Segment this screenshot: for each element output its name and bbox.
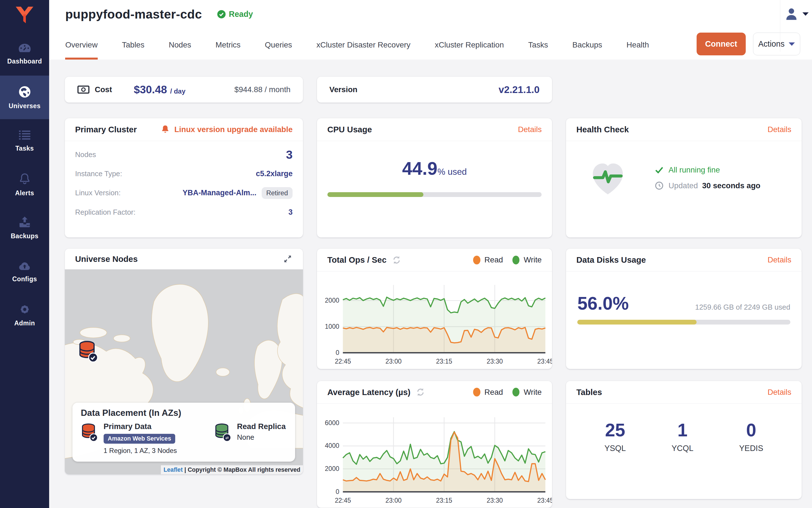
primary-data-detail: 1 Region, 1 AZ, 3 Nodes [104,447,177,455]
map-copyright: | Copyright © MapBox All rights reserved [185,466,300,473]
version-card: Version v2.21.1.0 [317,77,552,102]
primary-cluster-title: Primary Cluster [75,125,137,134]
svg-text:23:00: 23:00 [385,497,401,504]
refresh-button[interactable] [416,387,425,397]
tab-health[interactable]: Health [626,31,649,59]
row-label: Linux Version: [75,189,121,197]
tables-stat-ysql: 25 YSQL [605,421,626,453]
legend-label: Read [484,388,503,397]
yugabyte-logo[interactable] [0,0,49,32]
svg-text:⇄: ⇄ [225,435,229,440]
primary-data-block: Primary Data Amazon Web Services 1 Regio… [81,422,177,454]
task-list-icon [18,130,32,141]
refresh-button[interactable] [392,255,401,265]
tab-tasks[interactable]: Tasks [528,31,548,59]
version-label: Version [329,85,357,94]
svg-text:23:30: 23:30 [487,358,503,365]
tables-details-link[interactable]: Details [768,388,792,397]
connect-button[interactable]: Connect [697,33,746,55]
cpu-details-link[interactable]: Details [518,125,542,134]
svg-text:2000: 2000 [325,297,339,304]
cost-per-day-suffix: / day [170,87,186,95]
legend-label: Write [524,388,542,397]
status-text: Ready [229,9,253,19]
world-map[interactable]: Data Placement (In AZs) [65,269,303,474]
check-icon [655,167,664,173]
legend-label: Write [524,255,542,264]
data-disks-title: Data Disks Usage [576,255,646,265]
tables-card: Tables Details 25 YSQL 1 YCQL 0 YEDIS [566,381,802,499]
tab-overview[interactable]: Overview [65,31,97,59]
sidebar-item-alerts[interactable]: Alerts [0,163,49,206]
node-region-marker[interactable] [78,340,99,365]
legend-write: Write [513,255,542,264]
stat-value: 0 [746,421,756,439]
gear-icon [18,303,31,316]
sidebar-item-label: Tasks [15,145,34,152]
total-ops-card: Total Ops / Sec Read [317,249,552,369]
tab-nodes[interactable]: Nodes [169,31,191,59]
cluster-row-instance-type: Instance Type: c5.2xlarge [75,164,293,183]
overview-content: Cost $30.48 / day $944.88 / month Versio… [49,59,812,508]
row-value: YBA-Managed-Alm... [183,188,256,197]
tab-xcluster-replication[interactable]: xCluster Replication [435,31,504,59]
row-label: Replication Factor: [75,208,135,216]
tab-backups[interactable]: Backups [573,31,602,59]
stat-label: YCQL [672,443,694,453]
tab-xcluster-dr[interactable]: xCluster Disaster Recovery [317,31,411,59]
write-legend-dot [513,388,520,396]
tab-queries[interactable]: Queries [265,31,292,59]
legend-label: Read [484,255,503,264]
replica-db-icon: ⇄ [214,422,232,443]
tables-title: Tables [576,387,602,397]
stat-value: 25 [605,421,625,439]
disks-details-link[interactable]: Details [768,255,792,264]
svg-text:23:15: 23:15 [436,358,452,365]
tab-metrics[interactable]: Metrics [216,31,241,59]
sidebar-item-backups[interactable]: Backups [0,206,49,250]
health-details-link[interactable]: Details [768,125,792,134]
tab-tables[interactable]: Tables [122,31,144,59]
cost-card: Cost $30.48 / day $944.88 / month [65,77,303,102]
svg-text:23:45: 23:45 [537,497,552,504]
latency-legend: Read Write [473,388,542,397]
sidebar-item-universes[interactable]: Universes [0,76,49,119]
write-legend-dot [513,256,520,264]
data-placement-title: Data Placement (In AZs) [81,408,287,418]
header: puppyfood-master-cdc Ready Overview Tabl… [49,0,812,59]
bell-icon [18,172,32,186]
svg-text:23:00: 23:00 [385,358,401,365]
total-ops-title: Total Ops / Sec [327,255,387,265]
cluster-row-linux-version: Linux Version: YBA-Managed-Alm... Retire… [75,183,293,203]
leaflet-link[interactable]: Leaflet [163,466,183,473]
row-value: 3 [288,208,293,217]
upgrade-alert[interactable]: Linux version upgrade available [160,124,293,135]
tables-stat-yedis: 0 YEDIS [739,421,763,453]
cluster-row-nodes: Nodes 3 [75,145,293,164]
disks-progress-track [577,320,790,325]
svg-text:22:45: 22:45 [335,497,351,504]
stat-label: YEDIS [739,443,763,453]
check-circle-icon [217,10,226,18]
app-root: Dashboard Universes Tasks [0,0,812,508]
yugabyte-logo-icon [13,6,37,27]
expand-map-button[interactable] [283,254,293,264]
sidebar-item-tasks[interactable]: Tasks [0,119,49,163]
status-badge: Ready [217,9,253,19]
cost-label: Cost [95,85,112,94]
dashboard-icon [18,43,32,54]
sidebar-item-admin[interactable]: Admin [0,293,49,337]
sidebar-item-label: Backups [11,232,39,240]
sidebar-item-label: Configs [12,276,37,283]
sidebar-item-configs[interactable]: Configs [0,250,49,293]
user-menu[interactable] [780,0,812,52]
legend-read: Read [473,388,503,397]
refresh-icon [416,387,425,397]
health-check-title: Health Check [576,125,629,134]
sidebar-item-dashboard[interactable]: Dashboard [0,32,49,76]
expand-icon [283,254,293,264]
ops-legend: Read Write [473,255,542,264]
svg-text:4000: 4000 [325,442,339,449]
stat-label: YSQL [605,443,626,453]
sidebar-item-label: Universes [9,102,41,110]
